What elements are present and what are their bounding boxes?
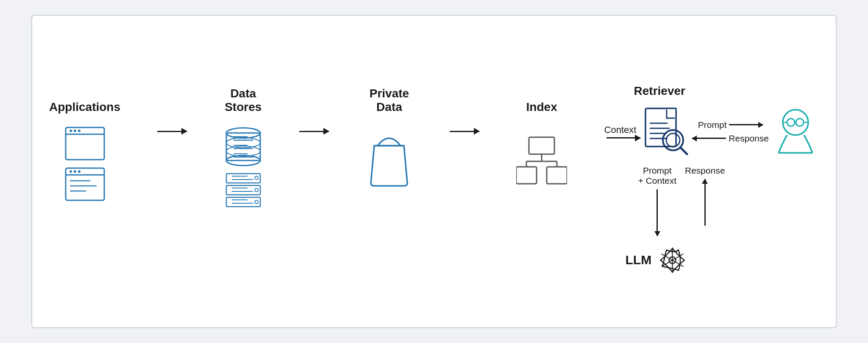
llm-label: LLM <box>626 253 652 267</box>
openai-icon <box>657 244 688 276</box>
svg-point-3 <box>74 130 76 132</box>
svg-line-51 <box>681 148 687 154</box>
diagram-container: Applications <box>31 15 837 328</box>
arrow-apps-to-datastores <box>157 131 187 132</box>
vertical-arrows-section: Prompt + Context Response <box>638 166 725 236</box>
applications-icon <box>65 122 105 201</box>
prompt-response-arrows: Prompt Response <box>692 120 769 144</box>
down-arrow-line <box>657 189 658 236</box>
retriever-area: Retriever Context <box>604 84 819 276</box>
index-hierarchy-icon <box>516 135 567 186</box>
index-icon <box>516 122 567 199</box>
svg-rect-39 <box>547 167 567 184</box>
svg-point-8 <box>74 170 76 173</box>
context-arrow-line <box>606 137 640 138</box>
svg-point-9 <box>78 170 81 173</box>
svg-point-31 <box>255 188 258 192</box>
context-label: Context <box>604 124 637 136</box>
svg-point-4 <box>78 130 81 132</box>
diagram-inner: Applications <box>49 67 819 276</box>
svg-rect-5 <box>66 168 104 200</box>
section-private-data: Private Data <box>366 84 412 199</box>
response-vert-group: Response <box>685 166 725 226</box>
llm-row: LLM <box>626 244 689 276</box>
section-datastores: Data Stores <box>224 84 262 209</box>
private-data-label: Private Data <box>370 84 409 114</box>
datastore-icons <box>224 127 262 209</box>
retriever-icon <box>642 106 689 157</box>
datastores-icon <box>224 122 262 209</box>
prompt-label: Prompt <box>698 120 727 130</box>
svg-point-2 <box>70 130 72 132</box>
prompt-row: Prompt <box>698 120 763 130</box>
up-arrow-line <box>704 179 706 226</box>
retriever-main-row: Context <box>604 106 819 157</box>
svg-rect-38 <box>516 167 537 184</box>
svg-rect-37 <box>529 137 554 154</box>
index-label: Index <box>526 84 557 114</box>
svg-point-27 <box>255 176 258 180</box>
datastores-label: Data Stores <box>225 84 262 114</box>
section-index: Index <box>516 84 567 199</box>
svg-point-54 <box>796 119 804 126</box>
response-row: Response <box>692 133 769 144</box>
response-label: Response <box>729 133 769 144</box>
app-icons <box>65 127 105 201</box>
private-data-icon <box>366 122 412 199</box>
window-icon-1 <box>65 127 105 160</box>
window-icon-2 <box>65 167 105 201</box>
retriever-label: Retriever <box>634 84 685 98</box>
svg-point-35 <box>255 200 258 204</box>
prompt-context-group: Prompt + Context <box>638 166 676 236</box>
database-icon <box>224 127 262 167</box>
svg-point-7 <box>70 170 72 173</box>
arrow-private-to-index <box>450 131 479 132</box>
arrow-datastores-to-private <box>299 131 329 132</box>
svg-point-53 <box>787 119 795 126</box>
applications-label: Applications <box>49 84 120 114</box>
section-applications: Applications <box>49 84 120 201</box>
bucket-icon <box>366 133 412 188</box>
svg-rect-0 <box>66 127 104 160</box>
prompt-context-label: Prompt + Context <box>638 166 676 186</box>
server-icon <box>224 173 262 209</box>
context-arrow-group: Context <box>604 124 641 138</box>
response-vert-label: Response <box>685 166 725 176</box>
svg-point-50 <box>666 133 680 147</box>
retriever-label-row: Retriever <box>634 84 685 98</box>
user-icon <box>772 106 819 157</box>
